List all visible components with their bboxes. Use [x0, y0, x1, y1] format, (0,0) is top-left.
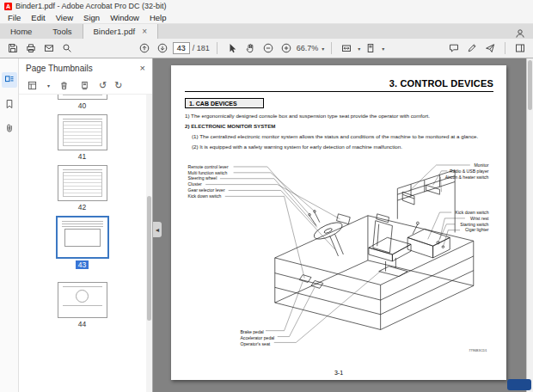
chapter-heading: 3. CONTROL DEVICES [185, 78, 493, 89]
menu-file[interactable]: File [3, 13, 26, 22]
fill-sign-icon[interactable] [464, 41, 480, 56]
zoom-level-value[interactable]: 66.7% [297, 44, 319, 52]
window-title: Binder1.pdf - Adobe Acrobat Pro DC (32-b… [15, 2, 167, 10]
thumbnail-options-caret-icon[interactable]: ▾ [47, 83, 50, 89]
section-label: 1. CAB DEVICES [185, 98, 264, 108]
page-display-caret-icon[interactable]: ▾ [382, 46, 384, 52]
comment-icon[interactable] [446, 41, 462, 56]
figure-label: Cigar lighter [465, 228, 489, 233]
thumbnail-number: 43 [76, 260, 89, 269]
figure-label: Cluster [188, 182, 202, 187]
fit-width-caret-icon[interactable]: ▾ [358, 46, 360, 52]
panel-close-icon[interactable]: × [140, 63, 145, 73]
chapter-heading-row: 3. CONTROL DEVICES [185, 78, 493, 92]
page-thumbnails-icon[interactable] [2, 72, 17, 88]
previous-page-icon[interactable] [137, 41, 152, 56]
thumbnail-number: 41 [76, 152, 89, 161]
cab-devices-figure: Remote control lever Multi function swit… [185, 155, 492, 354]
pdf-page: 3. CONTROL DEVICES 1. CAB DEVICES 1) The… [171, 65, 506, 380]
panel-toolbar: ▾ ↺ ↻ [19, 77, 152, 95]
thumbnail-page-41[interactable]: 41 [58, 114, 107, 161]
navigation-rail [0, 58, 19, 392]
paragraph: 1) The ergonomically designed console bo… [185, 113, 493, 119]
acrobat-window: A Binder1.pdf - Adobe Acrobat Pro DC (32… [0, 0, 533, 392]
figure-label: Kick down switch [456, 210, 489, 215]
save-icon[interactable] [5, 41, 21, 56]
thumbnail-options-icon[interactable] [26, 79, 39, 92]
figure-label: Brake pedal [240, 330, 263, 335]
titlebar: A Binder1.pdf - Adobe Acrobat Pro DC (32… [0, 0, 533, 12]
next-page-icon[interactable] [155, 41, 170, 56]
figure-label: Operator's seat [240, 341, 270, 346]
user-account-icon[interactable] [512, 26, 528, 40]
thumbnail-preview [58, 165, 107, 201]
figure-label: Multi function switch [188, 170, 228, 175]
thumbnail-page-44[interactable]: 44 [58, 282, 107, 328]
thumbnail-scrollbar-thumb[interactable] [147, 196, 151, 321]
figure-label: Gear selector lever [188, 188, 225, 193]
print-icon[interactable] [23, 41, 39, 56]
attachments-icon[interactable] [2, 120, 17, 136]
thumbnail-page-40[interactable]: 40 [58, 95, 107, 110]
paragraph-heading: 2) ELECTRONIC MONITOR SYSTEM [185, 123, 493, 130]
tabbar: Home Tools Binder1.pdf × [0, 24, 533, 39]
figure-label: Wrist rest [470, 216, 489, 221]
thumbnail-number: 44 [76, 320, 89, 328]
search-icon[interactable] [59, 41, 75, 56]
page-thumbnails-panel: Page Thumbnails × ▾ ↺ ↻ [19, 58, 153, 392]
select-tool-icon[interactable] [224, 41, 240, 56]
paragraph: (1) The centralized electronic monitor s… [192, 133, 493, 140]
bookmarks-icon[interactable] [2, 96, 17, 112]
menubar: File Edit View Sign Window Help [0, 12, 533, 24]
figure-label: Accelerator pedal [240, 336, 274, 341]
thumbnail-page-42[interactable]: 42 [58, 165, 107, 211]
send-for-review-icon[interactable] [482, 41, 498, 56]
thumbnail-number: 40 [76, 101, 89, 110]
page-number-input[interactable] [173, 42, 190, 54]
tab-tools[interactable]: Tools [42, 24, 82, 39]
menu-view[interactable]: View [51, 13, 78, 22]
document-area: ◄ 3. CONTROL DEVICES 1. CAB DEVICES 1) T… [153, 58, 526, 392]
figure-label: Starting switch [460, 222, 488, 227]
thumbnail-preview [58, 282, 107, 318]
thumbnail-number: 42 [76, 203, 89, 211]
menu-edit[interactable]: Edit [26, 13, 50, 22]
document-scrollbar-thumb[interactable] [528, 60, 532, 110]
email-icon[interactable] [41, 41, 57, 56]
menu-window[interactable]: Window [105, 13, 144, 22]
fit-width-icon[interactable] [339, 41, 354, 56]
tools-pane-toggle-icon[interactable] [512, 41, 528, 56]
acrobat-logo-icon: A [4, 3, 12, 10]
main-toolbar: / 181 66.7% ▾ ▾ ▾ [0, 39, 533, 58]
tab-home[interactable]: Home [0, 24, 42, 39]
tab-document-label: Binder1.pdf [94, 27, 136, 36]
figure-label: Steering wheel [188, 176, 217, 181]
figure-labels: Remote control lever Multi function swit… [188, 162, 490, 352]
hand-tool-icon[interactable] [242, 41, 258, 56]
rotate-left-icon[interactable]: ↺ [99, 81, 107, 90]
thumbnail-preview [56, 216, 109, 259]
panel-title: Page Thumbnails [26, 64, 93, 73]
menu-sign[interactable]: Sign [78, 13, 105, 22]
panel-collapse-icon[interactable]: ◄ [153, 222, 162, 237]
figure-label: Aircon & heater switch [445, 175, 489, 180]
page-total-label: / 181 [193, 44, 210, 52]
zoom-in-icon[interactable] [279, 41, 294, 56]
page-display-icon[interactable] [363, 41, 378, 56]
file-actions-group [5, 41, 75, 56]
extract-page-icon[interactable] [78, 79, 91, 92]
document-scrollbar [526, 58, 533, 392]
paragraph: (2) It is equipped with a safety warning… [192, 144, 493, 150]
figure-label: Kick down switch [188, 193, 222, 199]
tab-document[interactable]: Binder1.pdf × [83, 24, 158, 39]
rotate-right-icon[interactable]: ↻ [114, 81, 122, 90]
zoom-out-icon[interactable] [260, 41, 276, 56]
tab-close-icon[interactable]: × [142, 28, 147, 36]
delete-pages-icon[interactable] [58, 79, 70, 92]
thumbnail-page-43[interactable]: 43 [56, 216, 109, 269]
tools-actions-group [446, 41, 528, 56]
menu-help[interactable]: Help [144, 13, 172, 22]
zoom-caret-icon[interactable]: ▾ [322, 46, 324, 52]
navigation-zoom-group: / 181 66.7% ▾ ▾ ▾ [137, 41, 385, 56]
figure-label: Radio & USB player [450, 168, 489, 174]
